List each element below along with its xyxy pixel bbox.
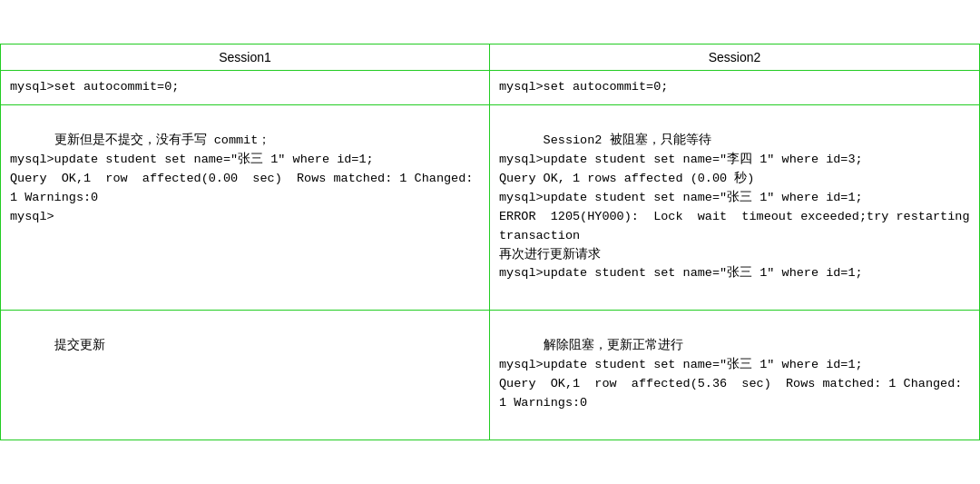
row3-left: 提交更新 bbox=[1, 311, 490, 440]
row2-right: Session2 被阻塞，只能等待 mysql>update student s… bbox=[490, 105, 979, 311]
row3-left-text: 提交更新 bbox=[54, 339, 105, 352]
row2-right-text: Session2 被阻塞，只能等待 mysql>update student s… bbox=[499, 133, 977, 280]
header-session1: Session1 bbox=[1, 44, 490, 70]
table-body: mysql>set autocommit=0; mysql>set autoco… bbox=[1, 71, 979, 440]
main-table: Session1 Session2 mysql>set autocommit=0… bbox=[0, 44, 980, 440]
header-session2: Session2 bbox=[490, 44, 979, 70]
row3-right-text: 解除阻塞，更新正常进行 mysql>update student set nam… bbox=[499, 339, 970, 410]
row3-right: 解除阻塞，更新正常进行 mysql>update student set nam… bbox=[490, 311, 979, 440]
table-header: Session1 Session2 bbox=[1, 44, 979, 71]
row2-left-text: 更新但是不提交，没有手写 commit； mysql>update studen… bbox=[10, 133, 481, 223]
row1-left: mysql>set autocommit=0; bbox=[1, 71, 490, 105]
row2-left: 更新但是不提交，没有手写 commit； mysql>update studen… bbox=[1, 105, 490, 311]
row1-right: mysql>set autocommit=0; bbox=[490, 71, 979, 105]
